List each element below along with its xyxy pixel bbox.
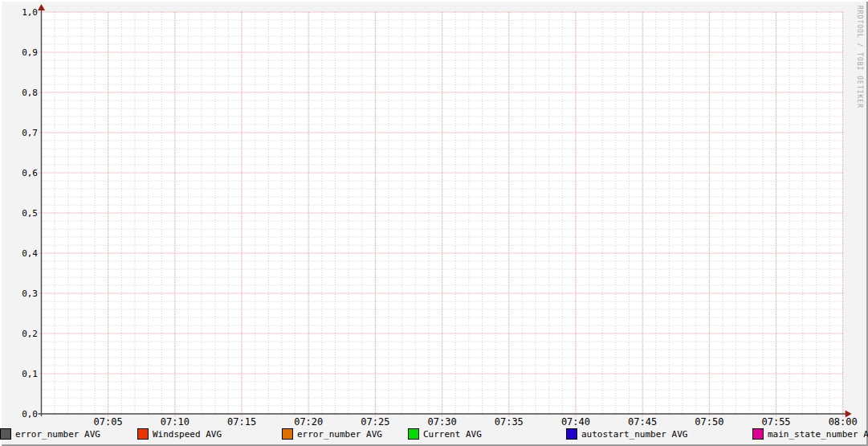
- y-tick-label: 0,9: [22, 47, 38, 58]
- x-tick-label: 07:10: [161, 416, 189, 428]
- legend-swatch-current: [408, 428, 419, 440]
- y-tick-label: 0,7: [22, 128, 38, 138]
- y-tick-label: 0,6: [22, 168, 38, 178]
- x-tick-label: 07:30: [428, 416, 457, 428]
- legend-swatch-autostart-number: [566, 428, 577, 440]
- y-tick-label: 0,0: [22, 409, 38, 419]
- y-axis-arrow-icon: [38, 4, 45, 10]
- x-tick-label: 07:20: [294, 416, 323, 428]
- x-tick-label: 08:00: [829, 416, 858, 428]
- legend-swatch-windspeed: [137, 428, 149, 440]
- legend-label-error-number-1: error_number AVG: [297, 429, 382, 440]
- y-tick-label: 1,0: [22, 7, 38, 18]
- y-tick-label: 0,4: [22, 248, 38, 259]
- legend-item-main-state-number: main_state_number AVG: [752, 428, 868, 440]
- legend-item-windspeed: Windspeed AVG: [137, 428, 222, 440]
- legend-item-autostart-number: autostart_number AVG: [566, 428, 687, 440]
- x-tick-label: 07:25: [361, 416, 389, 428]
- legend-label-current: Current AVG: [423, 429, 482, 440]
- y-tick-label: 0,1: [22, 369, 38, 379]
- watermark-rrdtool-credit: RRDTOOL / TOBI OETIKER: [856, 6, 863, 108]
- y-tick-label: 0,5: [22, 208, 38, 219]
- legend-label-windspeed: Windspeed AVG: [153, 429, 222, 440]
- chart-canvas: 0,00,10,20,30,40,50,60,70,80,91,007:0507…: [0, 0, 868, 446]
- x-tick-label: 07:05: [94, 416, 123, 428]
- rrdtool-graph: 0,00,10,20,30,40,50,60,70,80,91,007:0507…: [0, 0, 868, 446]
- x-tick-label: 07:35: [495, 416, 524, 428]
- x-tick-label: 07:50: [695, 416, 723, 428]
- x-tick-label: 07:15: [227, 416, 256, 428]
- y-tick-label: 0,2: [22, 329, 38, 339]
- legend-item-current: Current AVG: [408, 428, 482, 440]
- x-tick-label: 07:55: [761, 416, 790, 428]
- legend-label-error-number-2: error_number AVG: [15, 429, 100, 440]
- y-tick-label: 0,8: [22, 88, 38, 98]
- legend-swatch-error-number-2: [0, 428, 11, 440]
- legend-label-main-state-number: main_state_number AVG: [768, 429, 868, 440]
- x-tick-label: 07:40: [561, 416, 590, 428]
- x-tick-label: 07:45: [628, 416, 657, 428]
- legend-swatch-error-number-1: [282, 428, 293, 440]
- legend-item-error-number-2: error_number AVG: [0, 428, 100, 440]
- y-tick-label: 0,3: [22, 288, 38, 299]
- legend-label-autostart-number: autostart_number AVG: [581, 429, 687, 440]
- legend-item-error-number-1: error_number AVG: [282, 428, 382, 440]
- legend-swatch-main-state-number: [752, 428, 764, 440]
